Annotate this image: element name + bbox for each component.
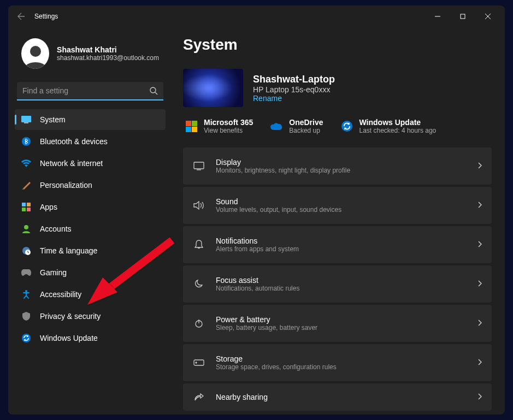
card-title: Nearby sharing [216, 393, 467, 401]
svg-rect-12 [22, 208, 26, 211]
sidebar-item-gaming[interactable]: Gaming [15, 262, 166, 283]
power-icon [193, 317, 205, 329]
status-sub: View benefits [204, 127, 253, 134]
status-sub: Backed up [289, 127, 323, 134]
share-icon [193, 391, 205, 403]
sidebar-item-label: Windows Update [40, 334, 98, 342]
maximize-button[interactable] [450, 8, 475, 25]
sidebar-item-bluetooth[interactable]: Bluetooth & devices [15, 131, 166, 152]
back-button[interactable] [13, 8, 30, 25]
card-title: Focus assist [216, 276, 467, 285]
storage-icon [193, 357, 205, 369]
device-name: Shashwat-Laptop [253, 74, 335, 85]
bell-icon [193, 239, 205, 251]
apps-icon [21, 202, 31, 212]
onedrive-icon [270, 120, 282, 132]
sidebar-item-time[interactable]: Time & language [15, 240, 166, 261]
wifi-icon [21, 158, 31, 168]
status-title: Windows Update [359, 118, 437, 127]
card-title: Power & battery [216, 315, 467, 324]
sidebar-item-accounts[interactable]: Accounts [15, 218, 166, 239]
chevron-right-icon [477, 240, 482, 250]
card-title: Notifications [216, 236, 467, 245]
bluetooth-icon [21, 137, 31, 146]
svg-point-25 [196, 362, 197, 363]
person-icon [21, 224, 31, 234]
sidebar-item-label: Network & internet [40, 159, 103, 168]
svg-line-6 [155, 92, 157, 94]
sidebar-item-label: Personalization [40, 181, 92, 190]
sidebar-item-label: Privacy & security [40, 312, 101, 321]
sound-icon [193, 199, 205, 211]
moon-icon [193, 278, 205, 290]
svg-rect-13 [27, 208, 31, 211]
search-icon [149, 86, 158, 97]
profile-section[interactable]: Shashwat Khatri shashwat.khatri1993@outl… [15, 27, 166, 82]
avatar [21, 38, 49, 69]
sidebar-item-system[interactable]: System [15, 109, 166, 130]
status-windows-update[interactable]: Windows Update Last checked: 4 hours ago [341, 118, 437, 134]
close-button[interactable] [475, 8, 500, 25]
accessibility-icon [21, 289, 31, 299]
page-title: System [183, 36, 492, 54]
card-title: Storage [216, 354, 467, 363]
sidebar: Shashwat Khatri shashwat.khatri1993@outl… [8, 27, 172, 415]
search-input[interactable] [17, 82, 163, 100]
update-icon [341, 120, 353, 132]
sidebar-item-apps[interactable]: Apps [15, 197, 166, 217]
sidebar-item-privacy[interactable]: Privacy & security [15, 306, 166, 327]
profile-name: Shashwat Khatri [57, 45, 159, 54]
sidebar-item-accessibility[interactable]: Accessibility [15, 284, 166, 305]
card-display[interactable]: DisplayMonitors, brightness, night light… [183, 147, 492, 185]
paintbrush-icon [21, 180, 31, 190]
svg-point-5 [150, 87, 156, 93]
settings-cards: DisplayMonitors, brightness, night light… [183, 147, 492, 411]
svg-rect-1 [461, 14, 465, 19]
display-icon [193, 160, 205, 172]
card-sub: Storage space, drives, configuration rul… [216, 363, 467, 371]
status-onedrive[interactable]: OneDrive Backed up [270, 118, 323, 134]
svg-rect-8 [24, 122, 28, 123]
device-section: Shashwat-Laptop HP Laptop 15s-eq0xxx Ren… [183, 69, 492, 107]
chevron-right-icon [477, 161, 482, 171]
settings-window: Settings Shashwat Khatri shashwat.khatri… [8, 5, 505, 415]
card-nearby-sharing[interactable]: Nearby sharing [183, 383, 492, 411]
chevron-right-icon [477, 200, 482, 210]
card-title: Sound [216, 197, 467, 206]
card-power[interactable]: Power & batterySleep, battery usage, bat… [183, 305, 492, 342]
svg-rect-20 [194, 162, 204, 169]
sidebar-item-update[interactable]: Windows Update [15, 328, 166, 348]
card-sub: Notifications, automatic rules [216, 285, 467, 292]
card-storage[interactable]: StorageStorage space, drives, configurat… [183, 344, 492, 381]
svg-rect-11 [27, 203, 31, 206]
sidebar-item-personalization[interactable]: Personalization [15, 175, 166, 196]
card-sound[interactable]: SoundVolume levels, output, input, sound… [183, 187, 492, 224]
titlebar: Settings [8, 5, 505, 27]
window-title: Settings [34, 13, 58, 20]
card-sub: Sleep, battery usage, battery saver [216, 324, 467, 332]
card-title: Display [216, 158, 467, 167]
status-microsoft365[interactable]: Microsoft 365 View benefits [185, 118, 253, 134]
sidebar-item-label: System [40, 115, 66, 124]
minimize-button[interactable] [425, 8, 450, 25]
status-row: Microsoft 365 View benefits OneDrive Bac… [183, 118, 492, 134]
system-icon [21, 115, 31, 125]
card-notifications[interactable]: NotificationsAlerts from apps and system [183, 226, 492, 263]
card-sub: Alerts from apps and system [216, 245, 467, 253]
chevron-right-icon [477, 279, 482, 289]
status-sub: Last checked: 4 hours ago [359, 127, 437, 134]
sidebar-item-network[interactable]: Network & internet [15, 153, 166, 174]
card-sub: Volume levels, output, input, sound devi… [216, 206, 467, 214]
svg-rect-7 [21, 116, 31, 122]
chevron-right-icon [477, 318, 482, 328]
search-box [17, 82, 163, 100]
rename-link[interactable]: Rename [253, 94, 335, 103]
status-title: Microsoft 365 [204, 118, 253, 127]
card-focus-assist[interactable]: Focus assistNotifications, automatic rul… [183, 265, 492, 303]
window-controls [425, 8, 500, 25]
update-icon [21, 333, 31, 343]
card-sub: Monitors, brightness, night light, displ… [216, 167, 467, 174]
svg-rect-10 [22, 203, 26, 206]
main-content: System Shashwat-Laptop HP Laptop 15s-eq0… [172, 27, 505, 415]
chevron-right-icon [477, 392, 482, 402]
